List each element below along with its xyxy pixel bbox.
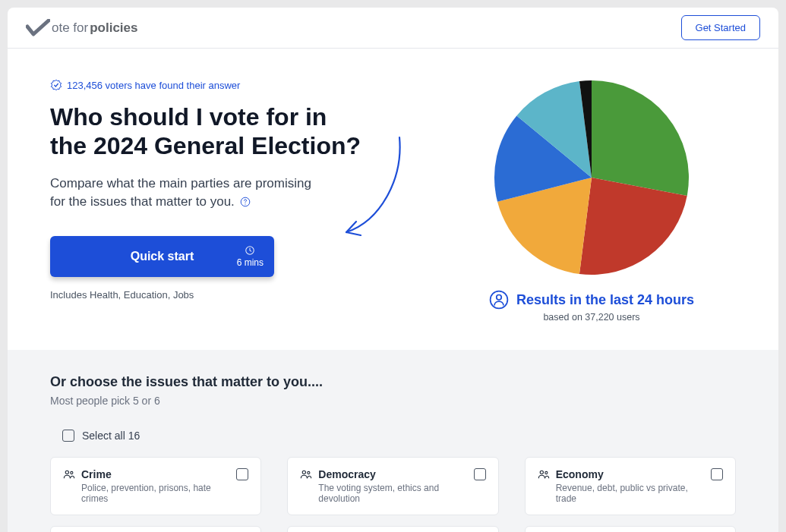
issue-card-economy[interactable]: EconomyRevenue, debt, public vs private,… xyxy=(525,457,736,515)
issue-title: Economy xyxy=(556,468,711,480)
logo[interactable]: ote for policies xyxy=(26,19,138,37)
issue-title: Crime xyxy=(81,468,236,480)
results-icon xyxy=(489,290,509,310)
svg-point-4 xyxy=(497,295,502,301)
svg-point-8 xyxy=(308,471,310,474)
quick-start-includes: Includes Health, Education, Jobs xyxy=(50,289,417,301)
issue-main: EconomyRevenue, debt, public vs private,… xyxy=(538,468,711,504)
quick-start-label: Quick start xyxy=(131,250,194,263)
logo-text-pre: ote for xyxy=(52,20,88,36)
issue-desc: Revenue, debt, public vs private, trade xyxy=(556,483,711,504)
svg-point-9 xyxy=(540,471,543,474)
results-headline: Results in the last 24 hours xyxy=(489,290,694,310)
get-started-button[interactable]: Get Started xyxy=(681,15,760,40)
voter-count-badge: 123,456 voters have found their answer xyxy=(50,79,417,91)
results-pie-chart xyxy=(493,79,690,276)
quick-start-time-text: 6 mins xyxy=(237,257,264,268)
issue-card-education[interactable]: EducationSchools, teachers, funding, and… xyxy=(50,526,261,532)
logo-text-bold: policies xyxy=(90,20,137,36)
svg-point-7 xyxy=(303,471,306,474)
select-all-checkbox[interactable]: Select all 16 xyxy=(62,425,140,446)
checkbox-icon xyxy=(711,468,723,480)
clock-icon xyxy=(245,245,255,256)
quick-start-time: 6 mins xyxy=(237,245,264,268)
svg-point-1 xyxy=(245,203,245,204)
results-headline-text: Results in the last 24 hours xyxy=(516,292,694,308)
checkbox-icon xyxy=(62,430,74,442)
results-subtext: based on 37,220 users xyxy=(543,312,639,323)
people-icon xyxy=(63,469,75,483)
issues-subtitle: Most people pick 5 or 6 xyxy=(50,395,736,407)
help-icon[interactable] xyxy=(240,197,251,207)
page-title: Who should I vote for in the 2024 Genera… xyxy=(50,103,369,161)
logo-check-icon xyxy=(26,19,50,37)
voter-count-text: 123,456 voters have found their answer xyxy=(67,80,240,91)
issue-card-environment[interactable]: EnvironmentEmissions, aviation, farming … xyxy=(525,526,736,532)
issue-main: DemocracyThe voting system, ethics and d… xyxy=(300,468,473,504)
quick-start-button[interactable]: Quick start 6 mins xyxy=(50,236,274,277)
issue-card-energy[interactable]: EnergyHousehold, renewables, fossil fuel… xyxy=(287,526,498,532)
checkbox-icon xyxy=(474,468,486,480)
issue-title: Democracy xyxy=(318,468,473,480)
issues-grid: CrimePolice, prevention, prisons, hate c… xyxy=(50,457,736,532)
issue-card-crime[interactable]: CrimePolice, prevention, prisons, hate c… xyxy=(50,457,261,515)
hero: 123,456 voters have found their answer W… xyxy=(8,49,778,350)
hero-left: 123,456 voters have found their answer W… xyxy=(50,79,417,323)
issues-section: Or choose the issues that matter to you.… xyxy=(8,350,778,532)
subtitle-text: Compare what the main parties are promis… xyxy=(50,176,311,209)
issue-card-democracy[interactable]: DemocracyThe voting system, ethics and d… xyxy=(287,457,498,515)
issue-desc: Police, prevention, prisons, hate crimes xyxy=(81,483,236,504)
checkbox-icon xyxy=(236,468,248,480)
svg-point-10 xyxy=(545,471,547,474)
pie-slice-green xyxy=(592,80,689,196)
issues-title: Or choose the issues that matter to you.… xyxy=(50,374,736,390)
select-all-label: Select all 16 xyxy=(82,430,140,442)
hero-right: Results in the last 24 hours based on 37… xyxy=(447,79,736,323)
issue-desc: The voting system, ethics and devolution xyxy=(318,483,473,504)
page-subtitle: Compare what the main parties are promis… xyxy=(50,175,324,212)
people-icon xyxy=(538,469,550,483)
svg-point-6 xyxy=(71,471,73,474)
app-window: ote for policies Get Started 123,456 vot… xyxy=(8,8,778,532)
header: ote for policies Get Started xyxy=(8,8,778,49)
svg-point-5 xyxy=(65,471,68,474)
issue-main: CrimePolice, prevention, prisons, hate c… xyxy=(63,468,236,504)
people-icon xyxy=(300,469,312,483)
verified-icon xyxy=(50,79,62,91)
